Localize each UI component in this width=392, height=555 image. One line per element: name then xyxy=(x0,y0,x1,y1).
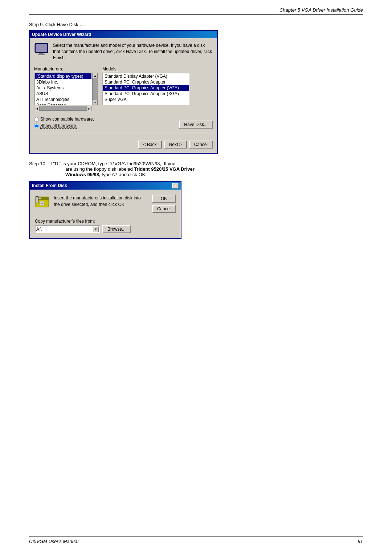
list-item[interactable]: Boca Research xyxy=(35,102,91,105)
models-label: Models: xyxy=(102,66,189,72)
have-disk-button[interactable]: Have Disk... xyxy=(179,121,213,129)
copy-label: Copy manufacturer's files from: xyxy=(35,219,176,224)
step9-label: Step 9. Click Have Disk .... xyxy=(29,22,363,27)
page-footer: CI5VGM User's Manual 91 xyxy=(29,536,363,544)
list-item[interactable]: Super VGA xyxy=(103,97,189,102)
update-driver-dialog: Update Device Driver Wizard → Select the… xyxy=(29,30,218,154)
dialog-intro: → Select the manufacturer and model of y… xyxy=(34,42,213,61)
disk-icon xyxy=(35,195,49,209)
next-button[interactable]: Next > xyxy=(164,141,187,149)
install-description: Insert the manufacturer's installation d… xyxy=(54,195,148,213)
manufacturers-label: Manufacturers: xyxy=(34,66,98,72)
svg-text:→: → xyxy=(38,45,44,51)
step10-text: Step 10. If "D:" is your CDROM, type D:\… xyxy=(29,161,363,177)
cancel-button[interactable]: Cancel xyxy=(152,205,176,213)
scroll-right-btn[interactable]: ► xyxy=(87,106,92,111)
footer-page: 91 xyxy=(358,539,363,544)
models-section: Models: Standard Display Adapter (VGA) S… xyxy=(102,66,189,111)
radio-compatible[interactable] xyxy=(34,117,39,122)
horiz-scrollbar[interactable]: ◄ ► xyxy=(34,106,92,111)
scroll-track xyxy=(93,78,98,100)
install-from-disk-dialog: Install From Disk × xyxy=(29,181,181,239)
install-body: Insert the manufacturer's installation d… xyxy=(30,190,181,238)
radio-all-label: Show all hardware. xyxy=(40,123,77,129)
list-item[interactable]: Standard PCI Graphics Adapter (VGA) xyxy=(103,85,189,91)
list-item[interactable]: Standard PCI Graphics Adapter xyxy=(103,79,189,85)
list-item[interactable]: Actix Systems xyxy=(35,85,91,91)
chapter-header: Chapter 5 VGA Driver Installation Guide xyxy=(29,7,363,15)
manufacturers-listbox[interactable]: (Standard display types) 3Dlabs Inc. Act… xyxy=(34,73,92,105)
install-ok-cancel: OK Cancel xyxy=(152,195,176,213)
install-top: Insert the manufacturer's installation d… xyxy=(35,195,176,213)
radio-group: Show compatible hardware. Show all hardw… xyxy=(34,117,94,129)
dropdown-arrow-icon[interactable]: ▼ xyxy=(93,226,99,232)
radio-all[interactable] xyxy=(34,123,39,128)
list-item[interactable]: ATI Technologies xyxy=(35,97,91,102)
copy-from-section: Copy manufacturer's files from: A:\ ▼ Br… xyxy=(35,219,176,233)
dialog-titlebar: Update Device Driver Wizard xyxy=(30,31,217,38)
radio-compatible-label: Show compatible hardware. xyxy=(40,117,94,122)
dialog-buttons: < Back Next > Cancel xyxy=(34,141,213,149)
install-text-area: Insert the manufacturer's installation d… xyxy=(54,195,176,213)
svg-rect-12 xyxy=(36,197,38,203)
back-button[interactable]: < Back xyxy=(138,141,162,149)
list-item[interactable]: (Standard display types) xyxy=(35,73,91,79)
radio-compatible-row[interactable]: Show compatible hardware. xyxy=(34,117,94,122)
svg-rect-3 xyxy=(39,53,44,54)
ok-button[interactable]: OK xyxy=(152,195,176,203)
dialog-title: Update Device Driver Wizard xyxy=(32,32,91,37)
dialog-description: Select the manufacturer and model of you… xyxy=(53,42,213,61)
cancel-button[interactable]: Cancel xyxy=(189,141,213,149)
install-titlebar: Install From Disk × xyxy=(30,182,181,190)
horiz-track xyxy=(40,106,87,110)
models-listbox[interactable]: Standard Display Adapter (VGA) Standard … xyxy=(102,73,189,105)
footer-title: CI5VGM User's Manual xyxy=(29,539,78,544)
path-row: A:\ ▼ Browse... xyxy=(35,225,176,233)
list-item[interactable]: ASUS xyxy=(35,91,91,97)
path-value: A:\ xyxy=(36,227,42,232)
close-button[interactable]: × xyxy=(172,183,179,189)
install-title: Install From Disk xyxy=(32,183,67,188)
scroll-down-btn[interactable]: ▼ xyxy=(93,100,98,105)
scroll-up-btn[interactable]: ▲ xyxy=(93,73,98,78)
dialog-columns: Manufacturers: (Standard display types) … xyxy=(34,66,213,111)
radio-all-row[interactable]: Show all hardware. xyxy=(34,123,94,129)
scroll-left-btn[interactable]: ◄ xyxy=(34,106,40,111)
manufacturers-section: Manufacturers: (Standard display types) … xyxy=(34,66,98,111)
svg-rect-4 xyxy=(38,54,45,55)
browse-button[interactable]: Browse... xyxy=(102,225,131,233)
manufacturers-scrollbar[interactable]: ▲ ▼ xyxy=(92,73,98,105)
path-dropdown[interactable]: A:\ ▼ xyxy=(35,225,100,233)
list-item[interactable]: Standard Display Adapter (VGA) xyxy=(103,73,189,79)
list-item[interactable]: Standard PCI Graphics Adapter (XGA) xyxy=(103,91,189,97)
list-item[interactable]: 3Dlabs Inc. xyxy=(35,79,91,85)
svg-point-10 xyxy=(41,203,43,204)
monitor-icon: → xyxy=(34,42,49,57)
